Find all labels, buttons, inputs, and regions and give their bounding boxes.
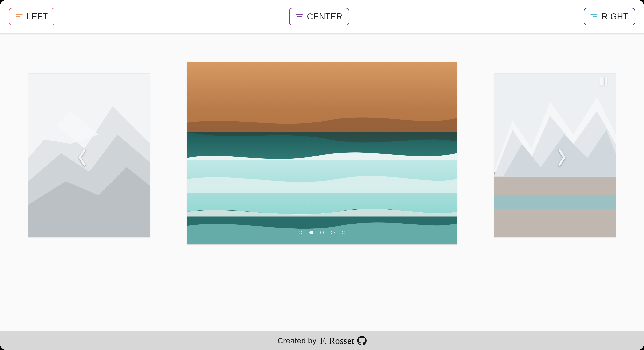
footer-text: Created by (278, 336, 316, 345)
carousel-dot[interactable] (320, 231, 324, 234)
header-bar: LEFT CENTER RIGHT (0, 0, 644, 33)
chevron-right-icon (557, 148, 567, 168)
align-center-button[interactable]: CENTER (289, 8, 349, 25)
svg-rect-8 (494, 195, 616, 209)
carousel-next-button[interactable] (555, 146, 569, 170)
footer-author-link[interactable]: F. Rosset (320, 335, 354, 346)
align-center-label: CENTER (307, 12, 342, 21)
align-left-button[interactable]: LEFT (9, 8, 54, 25)
align-right-button[interactable]: RIGHT (584, 8, 635, 25)
pause-icon (600, 77, 603, 86)
carousel-dot[interactable] (298, 231, 302, 234)
github-icon (357, 336, 366, 345)
pause-icon (604, 77, 607, 86)
menu-icon (16, 14, 22, 19)
carousel-pause-button[interactable] (598, 76, 609, 87)
menu-icon (590, 14, 598, 19)
align-right-label: RIGHT (602, 12, 629, 21)
carousel-dot[interactable] (342, 231, 346, 234)
align-left-label: LEFT (27, 12, 48, 21)
chevron-left-icon (77, 148, 87, 168)
github-link[interactable] (357, 336, 366, 345)
menu-icon (296, 14, 303, 19)
carousel-slide-prev[interactable] (28, 73, 150, 238)
carousel-slide-current[interactable] (187, 62, 457, 245)
carousel-dot[interactable] (331, 231, 335, 234)
carousel-stage (0, 33, 644, 331)
carousel-prev-button[interactable] (75, 146, 89, 170)
carousel-pagination (298, 231, 346, 234)
footer-bar: Created by F. Rosset (0, 331, 644, 350)
carousel-dot[interactable] (309, 231, 313, 234)
